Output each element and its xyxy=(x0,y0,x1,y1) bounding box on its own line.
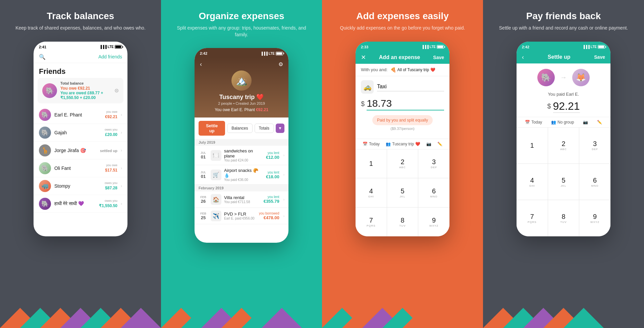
numpad-key[interactable]: 1 xyxy=(356,149,387,178)
camera-icon4[interactable]: 📷 xyxy=(583,120,588,125)
save-button4[interactable]: Save xyxy=(594,54,605,60)
friend-row[interactable]: 🐘 Gajah owes you £20.00 › xyxy=(34,124,127,142)
panel1-subtitle: Keep track of shared expenses, balances,… xyxy=(15,25,146,32)
expense-details: Airport snacks 🥐💧 You paid €36.00 xyxy=(224,168,263,182)
expense-name-row: 🚕 xyxy=(361,80,444,94)
friend-amount: settled up xyxy=(100,149,117,153)
numpad-key[interactable]: 9WXYZ xyxy=(579,200,610,236)
numpad-key[interactable]: 7PQRS xyxy=(517,200,548,236)
numpad-key[interactable]: 6MNO xyxy=(579,164,610,200)
friend-row[interactable]: 🐘 Oli Fant you owe $17.51 › xyxy=(34,159,127,177)
balance-info: Total balance You owe €92.21 You are owe… xyxy=(60,81,111,100)
expense-icon: ✈️ xyxy=(211,210,221,221)
group-label4: No group xyxy=(557,120,574,125)
group-selector[interactable]: 🍕 All of Tuscany trip ❤️ xyxy=(390,67,435,73)
numpad-key[interactable]: 6MNO xyxy=(418,178,449,207)
friend-row[interactable]: 🐘 हाथी मेरे साथी 💜 owes you ₹1,550.50 › xyxy=(34,195,127,213)
date-label: Today xyxy=(369,142,380,146)
expense-row[interactable]: Feb 26 🏠 Villa rental You paid €711.58 y… xyxy=(195,191,288,208)
friend-row[interactable]: 🦏 Stompy owes you $87.28 › xyxy=(34,177,127,195)
close-button[interactable]: ✕ xyxy=(361,54,366,61)
friend-amount: $87.28 xyxy=(105,186,117,190)
panel2-title: Organize expenses xyxy=(174,11,309,21)
expense-sub: You paid €24.00 xyxy=(224,158,263,162)
status-time4: 2:42 xyxy=(522,45,529,49)
numpad-key[interactable]: 3DEF xyxy=(418,149,449,178)
friend-row[interactable]: 🐘 Earl E. Phant you owe €92.21 › xyxy=(34,106,127,124)
balances-tab[interactable]: Balances xyxy=(227,124,252,133)
edit-icon[interactable]: ✏️ xyxy=(437,142,442,146)
expense-details: Villa rental You paid €711.58 xyxy=(224,195,261,204)
back-button[interactable]: ‹ xyxy=(200,61,202,68)
group-header-top: ‹ ⚙ xyxy=(200,61,283,68)
panel-organize-expenses: Organize expenses Split expenses with an… xyxy=(161,0,322,328)
friends-list: 🐘 Earl E. Phant you owe €92.21 › 🐘 Gajah… xyxy=(34,106,127,236)
back-button4[interactable]: ‹ xyxy=(522,54,524,61)
expense-amount[interactable]: 18.73 xyxy=(367,98,444,110)
group-selector4[interactable]: 👥 No group xyxy=(551,120,574,125)
split-method-button[interactable]: Paid by you and split equally xyxy=(372,115,433,125)
panel3-title: Add expenses easily xyxy=(340,11,465,21)
filter-button[interactable]: ▼ xyxy=(276,124,284,133)
status-bar2: 2:42 ▐▐▐ LTE xyxy=(195,48,288,57)
add-friends-button[interactable]: Add friends xyxy=(98,54,122,59)
numpad-key[interactable]: 1 xyxy=(517,128,548,163)
status-icons2: ▐▐▐ LTE xyxy=(261,52,283,55)
expense-amount: you lent €18.00 xyxy=(266,171,279,179)
expense-row[interactable]: Jul 01 🍽️ sandwiches on plane You paid €… xyxy=(195,146,288,165)
numpad-key[interactable]: 2ABC xyxy=(548,128,579,163)
per-person-label: ($9.37/person) xyxy=(361,127,444,131)
numpad-key[interactable]: 7PQRS xyxy=(356,207,387,236)
expense-row[interactable]: Jul 01 🛒 Airport snacks 🥐💧 You paid €36.… xyxy=(195,165,288,185)
edit-icon4[interactable]: ✏️ xyxy=(597,120,602,125)
search-icon[interactable]: 🔍 xyxy=(39,54,46,60)
date-selector[interactable]: 📅 Today xyxy=(363,142,380,146)
group-selector-bottom[interactable]: 👥 Tuscany trip ❤️ xyxy=(386,142,420,146)
panel2-header: Organize expenses Split expenses with an… xyxy=(161,0,322,45)
chevron-icon: › xyxy=(121,112,122,117)
bottom-decoration4 xyxy=(483,308,644,328)
expense-amount: you borrowed €478.00 xyxy=(259,212,279,220)
expense-name-input[interactable] xyxy=(377,82,444,91)
group-header: ‹ ⚙ 🏔️ Tuscany trip ❤️ 2 people • Create… xyxy=(195,57,288,118)
numpad-key[interactable]: 8TUV xyxy=(387,207,418,236)
numpad-key[interactable]: 2ABC xyxy=(387,149,418,178)
settings-icon[interactable]: ⚙ xyxy=(278,61,283,67)
numpad-key[interactable]: 5JKL xyxy=(387,178,418,207)
key-number: 9 xyxy=(593,213,597,221)
panel1-header: Track balances Keep track of shared expe… xyxy=(2,0,159,38)
signal-icon: ▐▐▐ xyxy=(100,45,107,49)
expense-date: Jul 01 xyxy=(199,151,208,159)
totals-tab[interactable]: Totals xyxy=(255,124,274,133)
balance-options-icon[interactable]: ⊜ xyxy=(114,87,119,94)
friend-amount: €92.21 xyxy=(105,114,117,119)
camera-icon[interactable]: 📷 xyxy=(426,142,431,146)
screen2-content: ‹ ⚙ 🏔️ Tuscany trip ❤️ 2 people • Create… xyxy=(195,57,288,243)
numpad-key[interactable]: 4GHI xyxy=(517,164,548,200)
numpad-key[interactable]: 8TUV xyxy=(548,200,579,236)
key-alpha: DEF xyxy=(592,148,598,151)
calendar-icon4: 📅 xyxy=(525,120,530,125)
friend-avatar: 🦏 xyxy=(39,180,51,192)
friend-row[interactable]: 🦒 Jorge Jirafa 🎯 settled up › xyxy=(34,142,127,159)
date-selector4[interactable]: 📅 Today xyxy=(525,120,542,125)
numpad-key[interactable]: 9WXYZ xyxy=(418,207,449,236)
expense-category-icon[interactable]: 🚕 xyxy=(361,80,374,94)
settle-up-button[interactable]: Settle up xyxy=(199,121,225,136)
with-label: With you and: xyxy=(361,67,388,72)
save-button[interactable]: Save xyxy=(433,55,444,60)
friend-balance: you owe €92.21 xyxy=(105,110,117,120)
expense-row[interactable]: Feb 25 ✈️ PVD > FLR Earl E. paid €956.00… xyxy=(195,208,288,224)
group-actions: Settle up Balances Totals ▼ xyxy=(195,118,288,139)
numpad-key[interactable]: 4GHI xyxy=(356,178,387,207)
friend-name: हाथी मेरे साथी 💜 xyxy=(54,201,96,206)
numpad-key[interactable]: 5JKL xyxy=(548,164,579,200)
chevron-icon: › xyxy=(121,130,122,135)
signal-icon3: ▐▐▐ xyxy=(422,45,429,49)
expense-name: sandwiches on plane xyxy=(224,148,263,158)
numpad-key[interactable]: 3DEF xyxy=(579,128,610,163)
settle-amount[interactable]: 92.21 xyxy=(553,100,580,113)
panel1-phone-container: 2:41 ▐▐▐ LTE 🔍 Add friends Friends 🐘 Tot… xyxy=(0,38,161,328)
expense-name: PVD > FLR xyxy=(224,212,256,217)
with-row: With you and: 🍕 All of Tuscany trip ❤️ xyxy=(356,64,449,76)
